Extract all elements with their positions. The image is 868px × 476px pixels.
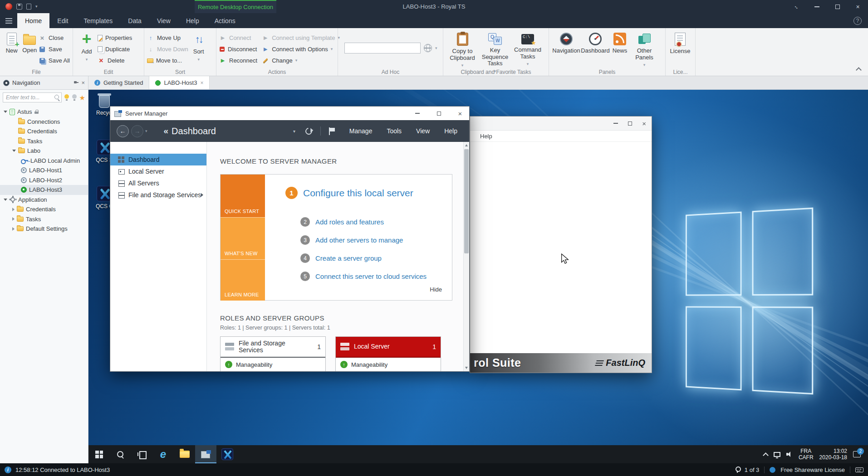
whats-new-stripe[interactable]: WHAT'S NEW: [221, 217, 265, 259]
caret-down-icon[interactable]: [4, 111, 7, 113]
move-up-button[interactable]: Move Up: [147, 33, 188, 43]
scrollbar-thumb[interactable]: [464, 149, 469, 253]
menu-manage[interactable]: Manage: [349, 127, 373, 135]
search-input[interactable]: [3, 92, 62, 102]
tab-templates[interactable]: Templates: [76, 13, 120, 28]
step-configure-local-server[interactable]: 1 Configure this local server: [285, 187, 413, 199]
tab-help[interactable]: Help: [178, 13, 207, 28]
quick-start-stripe[interactable]: QUICK START: [221, 175, 265, 217]
dashboard-panel-button[interactable]: Dashboard: [581, 30, 610, 54]
step-create-group[interactable]: 4 Create a server group: [300, 253, 382, 263]
scrollbar[interactable]: [463, 142, 469, 371]
tree-item-labo-host1[interactable]: LABO-Host1: [0, 165, 88, 175]
manageability-row[interactable]: ↑ Manageability: [336, 358, 441, 371]
close-button[interactable]: ×: [848, 0, 868, 13]
disconnect-button[interactable]: Disconnect: [219, 44, 257, 54]
volume-icon[interactable]: [786, 452, 793, 457]
server-manager-taskbar-button[interactable]: [195, 445, 216, 463]
bulb-on-icon[interactable]: [64, 94, 69, 101]
move-to-button[interactable]: Move to...: [147, 56, 188, 65]
caret-down-icon[interactable]: [4, 199, 7, 201]
minimize-button[interactable]: [807, 0, 827, 13]
fullscreen-button[interactable]: ↔: [786, 0, 807, 13]
adhoc-address-input[interactable]: [344, 43, 421, 53]
learn-more-stripe[interactable]: LEARN MORE: [221, 259, 265, 301]
maximize-button[interactable]: [430, 107, 448, 120]
back-icon[interactable]: ←: [117, 125, 129, 137]
nav-item-dashboard[interactable]: Dashboard: [110, 154, 206, 165]
duplicate-button[interactable]: Duplicate: [98, 44, 132, 54]
tab-actions[interactable]: Actions: [207, 13, 243, 28]
caret-right-icon[interactable]: [12, 217, 15, 221]
globe-icon[interactable]: [424, 44, 432, 52]
tree-item-labo[interactable]: Labo: [0, 146, 88, 156]
command-tasks-button[interactable]: Command Tasks ▾: [511, 30, 544, 66]
notifications-flag-icon[interactable]: [329, 127, 335, 135]
step-connect-cloud[interactable]: 5 Connect this server to cloud services: [300, 272, 427, 281]
scroll-up-icon[interactable]: [465, 144, 468, 146]
adhoc-dropdown-icon[interactable]: ▾: [435, 46, 437, 50]
background-app-window[interactable]: × Help rol Suite FastLinQ: [470, 116, 652, 373]
nav-item-file-storage-services[interactable]: File and Storage Services: [110, 189, 206, 201]
bulb-off-icon[interactable]: [72, 94, 77, 101]
favorites-star-icon[interactable]: ★: [79, 94, 85, 101]
step-link[interactable]: Add other servers to manage: [315, 236, 403, 244]
tab-labo-host3[interactable]: LABO-Host3 ×: [149, 76, 210, 89]
taskbar-search-button[interactable]: [110, 445, 131, 463]
step-link[interactable]: Add roles and features: [315, 218, 384, 226]
expand-right-icon[interactable]: [201, 193, 203, 197]
caret-right-icon[interactable]: [12, 227, 15, 231]
refresh-icon[interactable]: [304, 126, 314, 136]
breadcrumb-title[interactable]: Dashboard: [172, 126, 216, 136]
maximize-icon[interactable]: [628, 121, 632, 126]
menu-help[interactable]: Help: [480, 133, 492, 140]
move-down-button[interactable]: Move Down: [147, 44, 188, 54]
file-explorer-button[interactable]: [174, 445, 195, 463]
save-button[interactable]: Save: [39, 44, 70, 54]
qcs-taskbar-button[interactable]: [216, 445, 238, 463]
step-add-roles[interactable]: 2 Add roles and features: [300, 217, 384, 227]
open-button[interactable]: Open: [21, 30, 39, 54]
qat-dropdown-icon[interactable]: ▾: [35, 5, 38, 9]
add-button[interactable]: Add ▾: [76, 30, 98, 62]
manageability-row[interactable]: ↑ Manageability: [221, 358, 325, 371]
tile-file-storage-services[interactable]: File and Storage Services 1 ↑ Manageabil…: [220, 336, 326, 371]
navigation-panel-button[interactable]: Navigation: [552, 30, 581, 54]
caret-right-icon[interactable]: [12, 208, 15, 211]
key-sequence-tasks-button[interactable]: Key Sequence Tasks ▾: [479, 30, 511, 73]
minimize-button[interactable]: [408, 107, 427, 120]
menu-help[interactable]: Help: [444, 127, 457, 135]
step-add-servers[interactable]: 3 Add other servers to manage: [300, 235, 403, 245]
clock[interactable]: 13:02 2020-03-18: [819, 448, 847, 461]
tree-item-tasks[interactable]: Tasks: [0, 136, 88, 146]
tree-item-labo-local-admin[interactable]: LABO Local Admin: [0, 156, 88, 166]
delete-button[interactable]: Delete: [98, 56, 132, 65]
tab-data[interactable]: Data: [120, 13, 149, 28]
panel-close-icon[interactable]: ×: [81, 80, 85, 86]
server-manager-window[interactable]: Server Manager × ← → ▾ « Dashboard ▾ Man…: [110, 106, 470, 372]
internet-explorer-button[interactable]: [152, 445, 174, 463]
pin-icon[interactable]: [74, 80, 78, 85]
ribbon-collapse-icon[interactable]: [856, 67, 861, 71]
breadcrumb-dropdown-icon[interactable]: ▾: [293, 129, 295, 134]
quick-new-document-icon[interactable]: [26, 4, 31, 10]
license-button[interactable]: License: [668, 30, 692, 55]
properties-button[interactable]: Properties: [98, 33, 132, 43]
change-button[interactable]: Change▾: [262, 56, 340, 65]
save-all-button[interactable]: Save All: [39, 56, 70, 65]
tree-item-labo-host3[interactable]: LABO-Host3: [0, 185, 88, 195]
step-link[interactable]: Configure this local server: [303, 188, 413, 199]
tab-getting-started[interactable]: i Getting Started: [88, 76, 149, 89]
scroll-down-icon[interactable]: [465, 367, 468, 369]
news-panel-button[interactable]: News: [610, 30, 630, 54]
tab-home[interactable]: Home: [17, 13, 49, 28]
network-icon[interactable]: [774, 452, 780, 457]
maximize-button[interactable]: [827, 0, 848, 13]
task-view-button[interactable]: [131, 445, 152, 463]
history-dropdown-icon[interactable]: ▾: [145, 129, 147, 133]
minimize-icon[interactable]: [613, 123, 618, 124]
other-panels-button[interactable]: Other Panels ▾: [630, 30, 659, 67]
hide-link[interactable]: Hide: [430, 286, 442, 293]
license-text[interactable]: Free Shareware License: [780, 466, 845, 473]
start-button[interactable]: [88, 445, 110, 463]
